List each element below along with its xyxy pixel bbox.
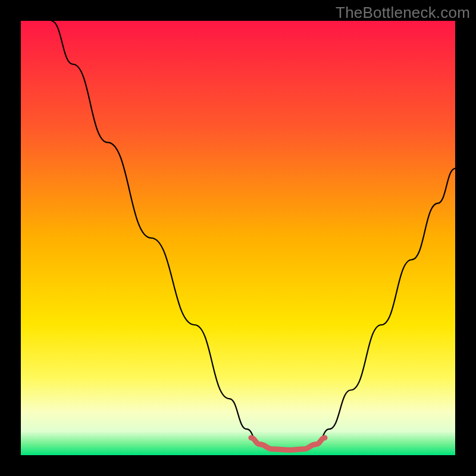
bottleneck-curve-chart [0,0,476,476]
watermark-label: TheBottleneck.com [336,4,470,22]
chart-frame: TheBottleneck.com [0,0,476,476]
